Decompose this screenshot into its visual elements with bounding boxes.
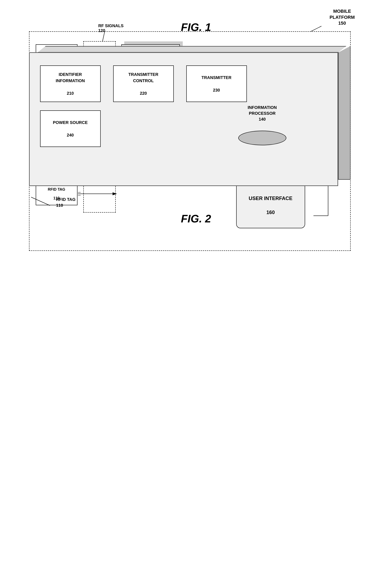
rfid-box-top xyxy=(37,46,347,53)
rfid-tag-label-row: RFID TAG 110 xyxy=(29,196,363,208)
power-source-box: POWER SOURCE 240 xyxy=(40,110,101,147)
rfid-box-face: IDENTIFIER INFORMATION 210 TRANSMITTER C… xyxy=(29,52,338,186)
svg-line-37 xyxy=(31,197,50,205)
rfid-tag-outer-box: IDENTIFIER INFORMATION 210 TRANSMITTER C… xyxy=(29,46,351,188)
rfid-box-content: IDENTIFIER INFORMATION 210 TRANSMITTER C… xyxy=(30,53,338,159)
fig2-top-row: IDENTIFIER INFORMATION 210 TRANSMITTER C… xyxy=(40,65,327,102)
rfid-tag-line-svg xyxy=(29,197,54,208)
fig2-bottom-row: POWER SOURCE 240 xyxy=(40,110,327,147)
identifier-information-box: IDENTIFIER INFORMATION 210 xyxy=(40,65,101,102)
transmitter-control-box: TRANSMITTER CONTROL 220 xyxy=(113,65,174,102)
fig2-diagram: IDENTIFIER INFORMATION 210 TRANSMITTER C… xyxy=(29,46,363,238)
fig2-caption: FIG. 2 xyxy=(29,212,363,225)
transmitter-box: TRANSMITTER 230 xyxy=(186,65,247,102)
rfid-tag-fig2-label: RFID TAG 110 xyxy=(56,196,76,208)
rfid-box-right xyxy=(338,46,351,180)
